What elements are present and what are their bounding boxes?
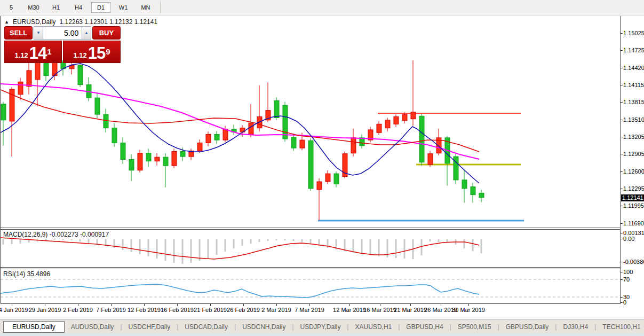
volume-input[interactable]: 5.00: [43, 26, 82, 40]
axis-tick: [621, 239, 623, 239]
panel-splitter-line[interactable]: [1, 303, 621, 304]
tab-usdcnh-daily[interactable]: USDCNH,Daily: [236, 321, 292, 333]
tab-gbpusd-daily[interactable]: GBPUSD,Daily: [499, 321, 555, 333]
timeframe-button-h1[interactable]: H1: [46, 2, 66, 13]
ask-main-digits: 15: [88, 46, 105, 61]
candle: [351, 138, 356, 153]
price-axis-label: 1.12905: [623, 151, 644, 157]
chart-tab-bar: EURUSD,DailyAUDUSD,Daily|USDCHF,Daily|US…: [0, 320, 644, 334]
tab-usdchf-daily[interactable]: USDCHF,Daily: [122, 321, 177, 333]
candle: [155, 157, 160, 161]
toolbar-separator: [160, 2, 161, 13]
date-axis-label: 2 Mar 2019: [261, 307, 291, 313]
date-axis-label: 2 Feb 2019: [63, 307, 93, 313]
candle: [402, 114, 407, 121]
candle: [394, 116, 399, 124]
candle: [291, 137, 296, 148]
price-axis-label: 1.13205: [623, 134, 644, 140]
window-bottom-edge: [0, 334, 644, 336]
panel-splitter-line[interactable]: [1, 228, 621, 228]
date-axis-label: 7 Feb 2019: [96, 307, 126, 313]
bid-main-digits: 14: [29, 46, 46, 61]
timeframe-button-h4[interactable]: H4: [69, 2, 88, 13]
price-axis-label: 1.14115: [623, 82, 644, 88]
panel-splitter-line[interactable]: [1, 269, 621, 269]
candle: [249, 123, 253, 134]
date-axis-tick: [45, 304, 45, 306]
timeframe-button-5[interactable]: 5: [2, 2, 21, 13]
candle: [138, 153, 142, 170]
axis-tick: [621, 171, 623, 172]
candle: [317, 182, 322, 190]
candle: [180, 151, 185, 157]
candle: [104, 114, 108, 128]
candle: [172, 151, 177, 166]
axis-tick: [621, 33, 623, 34]
date-axis-tick: [380, 304, 380, 306]
axis-tick: [621, 223, 623, 224]
date-axis-tick: [210, 304, 211, 306]
tab-tech100-h1[interactable]: TECH100,H1: [596, 321, 644, 333]
collapse-panel-icon[interactable]: ▲: [4, 19, 9, 25]
bid-price-button[interactable]: 1.12141: [4, 41, 62, 63]
date-axis-label: 29 Jan 2019: [29, 307, 61, 313]
axis-tick: [621, 102, 623, 103]
candle: [283, 105, 288, 139]
axis-tick: [621, 50, 623, 51]
candle: [112, 128, 117, 143]
rsi-axis-label: 0: [623, 299, 626, 306]
candle: [325, 174, 330, 182]
tab-usdjpy-daily[interactable]: USDJPY,Daily: [294, 321, 347, 333]
tab-sp500-m15[interactable]: SP500,M15: [451, 321, 498, 333]
ohlc-values: 1.12263 1.12301 1.12132 1.12141: [60, 18, 158, 26]
tab-usdcad-daily[interactable]: USDCAD,Daily: [178, 321, 234, 333]
candle: [129, 159, 134, 170]
date-axis-label: 12 Feb 2019: [128, 307, 161, 313]
timeframe-button-d1[interactable]: D1: [91, 2, 110, 13]
date-axis-tick: [441, 304, 441, 306]
axis-tick: [621, 189, 623, 189]
axis-tick: [621, 120, 623, 120]
timeframe-button-mn[interactable]: MN: [136, 2, 155, 13]
tab-xauusd-h1[interactable]: XAUUSD,H1: [349, 321, 399, 333]
date-axis-tick: [144, 304, 145, 306]
tab-audusd-daily[interactable]: AUDUSD,Daily: [65, 321, 121, 333]
panel-splitter-line[interactable]: [1, 229, 621, 230]
date-axis-tick: [111, 304, 112, 306]
buy-button[interactable]: BUY: [92, 26, 121, 40]
timeframe-button-m30[interactable]: M30: [24, 2, 43, 13]
price-axis-label: 1.12600: [623, 168, 644, 175]
chart-title: ▲ EURUSD,Daily 1.12263 1.12301 1.12132 1…: [4, 18, 157, 26]
date-axis-tick: [276, 304, 277, 306]
volume-up-button[interactable]: ▲: [82, 26, 91, 40]
price-axis-label: 1.13815: [623, 99, 644, 105]
tab-dj30-h4[interactable]: DJ30,H4: [556, 321, 594, 333]
volume-down-button[interactable]: ▼: [34, 26, 43, 40]
date-axis-tick: [12, 304, 12, 306]
date-axis-tick: [78, 304, 78, 306]
ask-price-button[interactable]: 1.12159: [63, 41, 121, 63]
macd-axis-label: -0.003862: [623, 259, 644, 265]
timeframe-toolbar: 5M30H1H4D1W1MN: [0, 0, 644, 15]
rsi-panel-canvas[interactable]: [1, 269, 621, 303]
candle: [308, 140, 313, 189]
axis-tick: [621, 262, 623, 262]
date-axis-label: 26 Feb 2019: [227, 307, 260, 313]
candle: [27, 71, 31, 87]
right-axis: 1.150251.147251.144201.141151.138151.135…: [621, 16, 644, 303]
tab-eurusd-daily[interactable]: EURUSD,Daily: [3, 321, 65, 333]
sell-button[interactable]: SELL: [4, 26, 33, 40]
axis-tick: [621, 154, 623, 154]
axis-tick: [621, 302, 623, 303]
candle: [35, 62, 40, 80]
date-axis-tick: [410, 304, 411, 306]
price-axis-label: 1.14420: [623, 65, 644, 71]
timeframe-button-w1[interactable]: W1: [114, 2, 133, 13]
tab-gbpusd-h4[interactable]: GBPUSD,H4: [400, 321, 449, 333]
price-axis-label: 1.12295: [623, 185, 644, 192]
axis-tick: [621, 68, 623, 68]
panel-splitter-line[interactable]: [1, 267, 621, 268]
date-axis-tick: [243, 304, 244, 306]
candle: [274, 100, 279, 118]
candle: [411, 112, 416, 119]
